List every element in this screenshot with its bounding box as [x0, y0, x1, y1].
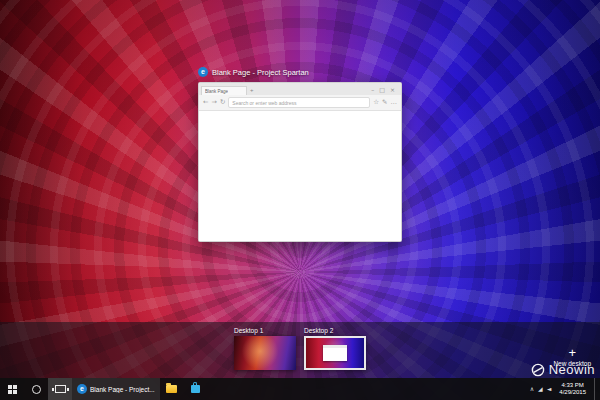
desktop-1[interactable]: Desktop 1: [234, 327, 296, 370]
neowin-watermark: Neowin: [531, 362, 595, 377]
taskbar-app-label: Blank Page - Project...: [90, 386, 155, 393]
task-view-icon: [55, 385, 66, 393]
volume-icon[interactable]: ◄: [547, 386, 552, 392]
browser-toolbar: ← → ↻ Search or enter web address ☆ ✎ …: [199, 95, 401, 111]
browser-tab: Blank Page: [201, 86, 247, 95]
neowin-logo-icon: [531, 363, 545, 377]
store-icon: [191, 385, 200, 393]
refresh-icon: ↻: [220, 99, 225, 106]
forward-icon: →: [211, 99, 216, 106]
taskbar-store[interactable]: [184, 378, 208, 400]
task-view-button[interactable]: [48, 378, 72, 400]
start-button[interactable]: [0, 378, 24, 400]
network-icon[interactable]: ◢: [538, 386, 543, 392]
web-note-icon: ✎: [382, 99, 387, 106]
maximize-icon: □: [379, 86, 385, 93]
show-desktop-button[interactable]: [594, 378, 599, 400]
more-icon: …: [391, 99, 398, 106]
search-button[interactable]: [24, 378, 48, 400]
window-controls: – □ ×: [371, 83, 399, 95]
spartan-icon: e: [198, 67, 208, 77]
window-title: Blank Page - Project Spartan: [212, 68, 309, 77]
desktop-switcher: Desktop 1 Desktop 2: [0, 327, 600, 370]
taskbar-file-explorer[interactable]: [160, 378, 184, 400]
new-tab-icon: +: [250, 85, 254, 95]
windows-logo-icon: [8, 385, 17, 394]
blank-page-body: [199, 111, 401, 241]
file-explorer-icon: [166, 385, 177, 393]
screen: e Blank Page - Project Spartan Blank Pag…: [0, 0, 600, 400]
plus-icon: +: [568, 347, 576, 359]
system-tray: ∧ ◢ ◄ 4:33 PM 4/29/2015: [530, 378, 600, 400]
taskbar-app-spartan[interactable]: e Blank Page - Project...: [72, 378, 160, 400]
back-icon: ←: [203, 99, 208, 106]
window-thumbnail-spartan[interactable]: Blank Page + – □ × ← → ↻ Search or enter…: [198, 82, 402, 242]
mini-spartan-window: [323, 345, 347, 361]
desktop-2-label[interactable]: Desktop 2: [304, 327, 366, 334]
task-view-window-label[interactable]: e Blank Page - Project Spartan: [198, 66, 309, 78]
clock-time: 4:33 PM: [561, 382, 583, 390]
desktop-2[interactable]: Desktop 2: [304, 327, 366, 370]
desktop-1-label[interactable]: Desktop 1: [234, 327, 296, 334]
tray-expand-icon[interactable]: ∧: [530, 386, 534, 392]
address-bar: Search or enter web address: [228, 97, 370, 108]
tab-label: Blank Page: [205, 89, 228, 94]
browser-tab-strip: Blank Page + – □ ×: [199, 83, 401, 95]
clock-date: 4/29/2015: [559, 389, 586, 397]
taskbar-clock[interactable]: 4:33 PM 4/29/2015: [555, 382, 590, 397]
address-placeholder: Search or enter web address: [232, 100, 296, 106]
taskbar: e Blank Page - Project... ∧ ◢ ◄ 4:33 PM …: [0, 378, 600, 400]
minimize-icon: –: [371, 86, 374, 93]
close-icon: ×: [390, 86, 395, 93]
search-circle-icon: [32, 385, 41, 394]
spartan-icon: e: [77, 384, 87, 394]
desktop-2-thumbnail[interactable]: [304, 336, 366, 370]
desktop-1-thumbnail[interactable]: [234, 336, 296, 370]
watermark-text: Neowin: [549, 362, 595, 377]
favorites-star-icon: ☆: [373, 99, 379, 106]
